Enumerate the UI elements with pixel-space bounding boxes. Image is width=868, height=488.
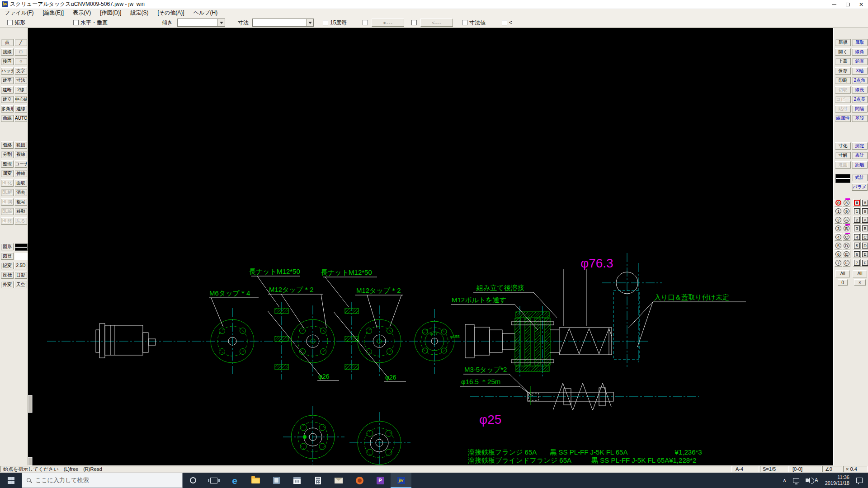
layer-3[interactable]: 3 (835, 225, 842, 232)
drawing-canvas[interactable]: 長ナットM12*50 長ナットM12*50 M6タップ＊4 M12タップ＊2 M… (28, 28, 833, 465)
tool-測定[interactable]: 測定 (852, 142, 868, 150)
status-angle[interactable]: ∠0 (822, 466, 842, 472)
layer-group-5[interactable]: 5 (853, 242, 861, 249)
browser-app-button[interactable] (349, 473, 370, 488)
checkbox-15deg[interactable]: 15度毎 (323, 19, 347, 26)
layer-group-6[interactable]: 6 (853, 250, 861, 258)
status-layer[interactable]: [0-0] (790, 466, 821, 472)
tool-図形[interactable]: 図形 (1, 243, 14, 250)
layer-group-D[interactable]: D (861, 242, 868, 249)
tool-天空[interactable]: 天空 (14, 281, 27, 288)
tool-保存[interactable]: 保存 (835, 67, 851, 75)
layer-group-B[interactable]: B (861, 225, 868, 232)
calendar-button[interactable] (287, 473, 307, 488)
layer-C[interactable]: C (843, 233, 850, 241)
maximize-button[interactable] (841, 0, 854, 9)
tool-建立[interactable]: 建立 (1, 96, 14, 103)
start-button[interactable] (0, 473, 22, 488)
tool-2線[interactable]: 2線 (14, 86, 27, 94)
tool-鉛直[interactable]: 鉛直 (852, 58, 868, 65)
layer-group-1[interactable]: 1 (853, 207, 861, 215)
taskbar-search[interactable]: ここに入力して検索 (22, 473, 183, 488)
tool-多角形[interactable]: 多角形 (1, 105, 14, 113)
cortana-button[interactable] (183, 473, 203, 488)
tool-外変[interactable]: 外変 (1, 281, 14, 288)
layer-group-4[interactable]: 4 (853, 233, 861, 241)
scroll-tab-lower[interactable] (28, 457, 32, 465)
line-attribute-swatch[interactable] (835, 174, 850, 183)
menu-item-設定(S)[interactable]: 設定(S) (126, 9, 153, 17)
slope-combobox[interactable] (177, 19, 225, 27)
close-button[interactable]: ✕ (854, 0, 868, 9)
layer-group-2[interactable]: 2 (853, 216, 861, 224)
tool-線属性[interactable]: 線属性 (835, 115, 851, 122)
layer-group-7[interactable]: 7 (853, 259, 861, 267)
tool-曲線[interactable]: 曲線 (1, 115, 14, 122)
tool-╱[interactable]: ╱ (14, 39, 27, 46)
layer-group-C[interactable]: C (861, 233, 868, 241)
layer-group-9[interactable]: 9 (861, 207, 868, 215)
tool-点[interactable]: 点 (1, 39, 14, 46)
tool-文字[interactable]: 文字 (14, 67, 27, 75)
checkbox-rect[interactable]: 矩形 (7, 19, 25, 26)
p-app-button[interactable]: P (370, 473, 391, 488)
tray-chevron-icon[interactable]: ∧ (779, 477, 790, 483)
notes-app-button[interactable] (266, 473, 287, 488)
layer-group-A[interactable]: A (861, 216, 868, 224)
tool-消去[interactable]: 消去 (14, 189, 27, 196)
layer-group-0[interactable]: 0 (853, 199, 861, 206)
tool-中心線[interactable]: 中心線 (14, 96, 27, 103)
tool-日影[interactable]: 日影 (14, 272, 27, 279)
tool-ハッチ[interactable]: ハッチ (1, 67, 14, 75)
calculator-button[interactable] (307, 473, 328, 488)
tool-範囲[interactable]: 範囲 (14, 141, 27, 149)
layer-protect-button[interactable]: 0 (838, 279, 848, 286)
tool-図登[interactable]: 図登 (1, 253, 14, 260)
status-zoom[interactable]: × 0.4 (843, 466, 868, 472)
checkbox-arrow-style[interactable] (411, 19, 417, 26)
checkbox-dim-value[interactable]: 寸法値 (462, 19, 486, 26)
file-explorer-button[interactable] (245, 473, 266, 488)
dimval-checkbox[interactable] (462, 20, 467, 25)
tool-新規[interactable]: 新規 (835, 39, 851, 46)
menu-item-ファイル(F)[interactable]: ファイル(F) (0, 9, 38, 17)
tool-AUTO[interactable]: AUTO (14, 115, 27, 122)
layer-7[interactable]: 7 (835, 259, 842, 267)
tool-包絡[interactable]: 包絡 (1, 141, 14, 149)
tool-建断[interactable]: 建断 (1, 86, 14, 94)
line-style-swatch[interactable] (15, 244, 28, 251)
show-desktop-button[interactable] (866, 473, 868, 488)
tool-属変[interactable]: 属変 (1, 170, 14, 177)
minimize-button[interactable] (827, 0, 841, 9)
clock[interactable]: 11:36 2019/11/18 (821, 474, 853, 486)
tool-上書[interactable]: 上書 (835, 58, 851, 65)
mail-button[interactable] (328, 473, 349, 488)
layer-B[interactable]: B (843, 225, 850, 232)
chevron-down-icon[interactable] (306, 19, 313, 26)
layer-group-all-button[interactable]: All (853, 270, 867, 277)
scroll-tab-upper[interactable] (28, 395, 32, 413)
layer-2[interactable]: 2 (835, 216, 842, 224)
menu-item-[編集(E)][interactable]: [編集(E)] (38, 9, 68, 17)
tool-連線[interactable]: 連線 (14, 105, 27, 113)
status-scale[interactable]: S=1/5 (760, 466, 789, 472)
tool-○[interactable]: ○ (14, 58, 27, 65)
tool-移動[interactable]: 移動 (14, 208, 27, 215)
tool-2.5D[interactable]: 2.5D (14, 262, 27, 269)
layer-6[interactable]: 6 (835, 250, 842, 258)
deg15-checkbox[interactable] (323, 20, 328, 25)
layer-group-F[interactable]: F (861, 259, 868, 267)
layer-1[interactable]: 1 (835, 207, 842, 215)
dot-line-style-button[interactable]: ●--- (372, 19, 404, 27)
tool-複写[interactable]: 複写 (14, 198, 27, 206)
network-icon[interactable] (790, 478, 802, 483)
tool-2点角[interactable]: 2点角 (852, 77, 868, 84)
tool-□[interactable]: □ (14, 48, 27, 56)
tool-基設[interactable]: 基設 (852, 115, 868, 122)
notification-center-button[interactable] (853, 478, 866, 483)
tool-パラメ[interactable]: パラメ (852, 183, 868, 191)
tool-寸化[interactable]: 寸化 (835, 142, 851, 150)
layer-D[interactable]: D (843, 242, 850, 249)
menu-item-[作図(D)][interactable]: [作図(D)] (95, 9, 126, 17)
tool-属取[interactable]: 属取 (852, 39, 868, 46)
